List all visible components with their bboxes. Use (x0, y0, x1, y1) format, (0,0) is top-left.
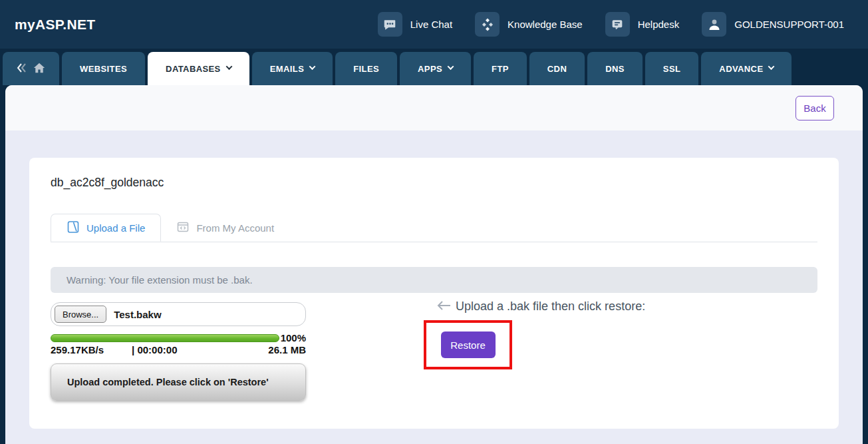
page-toolbar: Back (5, 85, 863, 130)
nav-tab-cdn[interactable]: CDN (529, 52, 585, 85)
nav-tab-label: ADVANCE (719, 64, 763, 74)
nav-tab-databases[interactable]: DATABASES (148, 52, 249, 85)
tab-upload-a-file[interactable]: Upload a File (51, 214, 161, 242)
nav-tab-label: FTP (492, 64, 509, 74)
instruction-text: Upload a .bak file then click restore: (456, 300, 645, 314)
database-restore-card: db_ac2c8f_goldenacc Upload a File (29, 158, 839, 429)
tab-from-my-account[interactable]: From My Account (161, 214, 289, 242)
helpdesk-icon (605, 12, 630, 37)
nav-tab-apps[interactable]: APPS (400, 52, 471, 85)
database-name-title: db_ac2c8f_goldenacc (51, 158, 817, 190)
main-area: db_ac2c8f_goldenacc Upload a File (5, 130, 863, 444)
live-chat-link[interactable]: Live Chat (378, 12, 452, 37)
chevron-down-icon (309, 63, 316, 70)
helpdesk-link[interactable]: Helpdesk (605, 12, 680, 37)
upload-status-message: Upload completed. Please click on 'Resto… (51, 363, 306, 401)
upload-stats: 259.17KB/s | 00:00:00 26.1 MB (51, 344, 306, 355)
nav-tab-dns[interactable]: DNS (587, 52, 643, 85)
helpdesk-label: Helpdesk (638, 19, 680, 30)
content-frame: Back db_ac2c8f_goldenacc Upload a File (5, 85, 863, 444)
nav-tab-websites[interactable]: WEBSITES (62, 52, 145, 85)
upload-size: 26.1 MB (268, 344, 306, 355)
selected-filename: Test.bakw (114, 309, 161, 320)
restore-button[interactable]: Restore (441, 332, 496, 358)
nav-tab-label: FILES (353, 64, 379, 74)
app-logo: myASP.NET (15, 17, 95, 33)
nav-tab-emails[interactable]: EMAILS (252, 52, 333, 85)
red-highlight-box: Restore (424, 320, 512, 369)
upload-column: Browse... Test.bakw 100% 259.17KB/s | 00… (51, 302, 306, 401)
nav-tab-label: APPS (418, 64, 442, 74)
account-menu[interactable]: GOLDENSUPPORT-001 (702, 12, 844, 37)
file-input[interactable]: Browse... Test.bakw (51, 302, 306, 326)
nav-tab-label: WEBSITES (80, 64, 127, 74)
nav-tab-label: CDN (547, 64, 567, 74)
chevron-down-icon (448, 63, 454, 70)
home-icon (33, 62, 46, 76)
double-chevron-left-icon (16, 63, 28, 75)
user-icon (702, 12, 726, 37)
nav-tab-files[interactable]: FILES (335, 52, 397, 85)
back-button[interactable]: Back (796, 96, 834, 120)
knowledge-base-icon (475, 12, 500, 37)
progress-percent: 100% (281, 332, 306, 343)
nav-tab-label: EMAILS (270, 64, 305, 74)
knowledge-base-label: Knowledge Base (507, 19, 583, 30)
restore-source-tabs: Upload a File From My Account (51, 214, 817, 242)
progress-bar (51, 334, 279, 342)
nav-tab-label: DNS (605, 64, 625, 74)
nav-tab-advance[interactable]: ADVANCE (701, 52, 792, 85)
left-arrow-icon (436, 300, 451, 314)
live-chat-icon (378, 12, 402, 37)
upload-speed: 259.17KB/s (51, 344, 104, 355)
upload-progress-row: 100% (51, 332, 306, 343)
app-header: myASP.NET Live Chat Knowledge Base (0, 0, 868, 49)
upload-file-icon (67, 220, 80, 236)
chevron-down-icon (768, 63, 775, 70)
nav-tab-home[interactable] (3, 52, 59, 85)
restore-instruction: Upload a .bak file then click restore: (436, 300, 645, 314)
account-name: GOLDENSUPPORT-001 (734, 19, 844, 30)
live-chat-label: Live Chat (410, 19, 452, 30)
warning-banner: Warning: Your file extension must be .ba… (51, 267, 817, 293)
nav-tab-ftp[interactable]: FTP (474, 52, 527, 85)
main-nav: WEBSITES DATABASES EMAILS FILES APPS FTP… (0, 49, 868, 85)
upload-time: | 00:00:00 (132, 344, 177, 355)
tab-label: From My Account (196, 222, 274, 234)
browse-button[interactable]: Browse... (55, 306, 106, 323)
knowledge-base-link[interactable]: Knowledge Base (475, 12, 583, 37)
tab-label: Upload a File (86, 222, 145, 234)
chevron-down-icon (225, 63, 232, 70)
my-account-icon (176, 220, 190, 236)
nav-tab-label: SSL (663, 64, 680, 74)
header-links: Live Chat Knowledge Base (378, 12, 853, 37)
nav-tab-ssl[interactable]: SSL (645, 52, 698, 85)
nav-tab-label: DATABASES (166, 64, 221, 74)
